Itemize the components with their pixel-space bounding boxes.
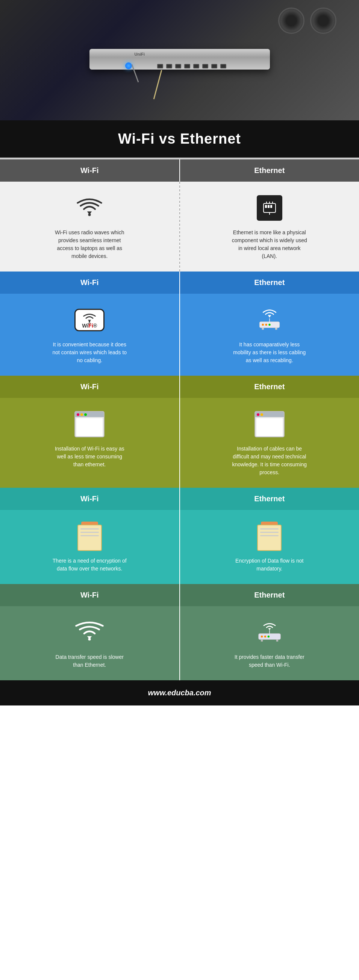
ethernet-icon-area [254, 193, 284, 223]
port [202, 64, 208, 68]
port [157, 64, 163, 68]
section-3-header: Wi-Fi Ethernet [0, 375, 359, 398]
browser-left [75, 411, 105, 438]
header-ethernet-5: Ethernet [180, 584, 359, 606]
header-ethernet-4: Ethernet [180, 488, 359, 510]
browser-bar-left [75, 412, 104, 417]
svg-point-13 [265, 324, 267, 326]
content-ethernet-1: Ethernet is more like a physical compone… [180, 181, 359, 272]
port [184, 64, 190, 68]
header-wifi-3: Wi-Fi [0, 375, 180, 398]
section-4: Wi-Fi Ethernet There is a need of encryp… [0, 488, 359, 584]
title-section: Wi-Fi vs Ethernet [0, 120, 359, 158]
port [166, 64, 172, 68]
ethernet-svg [261, 200, 278, 216]
svg-rect-4 [270, 205, 272, 208]
section-5-header: Wi-Fi Ethernet [0, 584, 359, 606]
footer: www.educba.com [0, 680, 359, 705]
svg-rect-23 [269, 630, 270, 635]
svg-point-12 [262, 324, 264, 326]
content-wifi-1: Wi-Fi uses radio waves which provides se… [0, 181, 180, 272]
port [211, 64, 217, 68]
cable [153, 70, 162, 99]
notepad-line [81, 535, 99, 536]
wifi-large-area [75, 617, 105, 648]
section-3: Wi-Fi Ethernet Installation of Wi-Fi is … [0, 375, 359, 488]
notepad-line [260, 535, 278, 536]
svg-rect-2 [265, 205, 267, 208]
section-5-content: Data transfer speed is slower than Ether… [0, 606, 359, 680]
router-icon-area [254, 305, 284, 335]
content-wifi-5: Data transfer speed is slower than Ether… [0, 606, 180, 680]
fan-icon [278, 8, 305, 34]
content-ethernet-2: It has comaparatively less mobility as t… [180, 294, 359, 375]
browser-left-area [75, 409, 105, 439]
port [175, 64, 181, 68]
svg-rect-25 [276, 640, 278, 641]
wifi-desc-3: Installation of Wi-Fi is easy as well as… [52, 445, 127, 469]
header-ethernet-2: Ethernet [180, 272, 359, 294]
section-2-content: Wi WiFi® It is convenient because it doe… [0, 294, 359, 375]
notepad-line [81, 532, 99, 533]
header-ethernet-3: Ethernet [180, 375, 359, 398]
svg-point-22 [267, 636, 269, 637]
switch-body: UniFi [89, 49, 270, 70]
content-wifi-4: There is a need of encryption of data fl… [0, 510, 180, 584]
section-4-header: Wi-Fi Ethernet [0, 488, 359, 510]
browser-dot-red [77, 413, 79, 416]
port [220, 64, 226, 68]
svg-rect-24 [261, 640, 263, 641]
ethernet-desc-5: It provides faster data transfer speed t… [232, 653, 307, 669]
wifi-icon [76, 198, 103, 218]
wifi-icon-area [75, 193, 105, 223]
svg-rect-15 [269, 318, 270, 323]
section-2: Wi-Fi Ethernet Wi WiFi® It is conveni [0, 272, 359, 375]
main-title: Wi-Fi vs Ethernet [8, 131, 351, 147]
hero-image: UniFi [0, 0, 359, 120]
browser-dot-green [84, 413, 87, 416]
wifi-desc-5: Data transfer speed is slower than Ether… [52, 653, 127, 669]
svg-point-20 [261, 636, 263, 637]
fan-icon [310, 8, 337, 34]
browser-dot-red-r [257, 413, 259, 416]
section-1: Wi-Fi Ethernet Wi-Fi uses radio waves wh… [0, 159, 359, 272]
port [193, 64, 199, 68]
wifi-large-icon [75, 619, 105, 646]
wifi-badge: Wi WiFi® [75, 309, 105, 331]
section-3-content: Installation of Wi-Fi is easy as well as… [0, 398, 359, 488]
notepad-right [257, 522, 281, 551]
header-wifi-2: Wi-Fi [0, 272, 180, 294]
ethernet-desc-4: Encryption of Data flow is not mandatory… [232, 557, 307, 573]
wifi-text: WiFi® [82, 323, 97, 329]
notepad-right-area [254, 521, 284, 551]
content-ethernet-4: Encryption of Data flow is not mandatory… [180, 510, 359, 584]
header-wifi-4: Wi-Fi [0, 488, 180, 510]
browser-body-left [76, 418, 103, 436]
hero-fans [278, 8, 337, 34]
notepad-line [81, 528, 99, 530]
ethernet-desc-1: Ethernet is more like a physical compone… [232, 229, 307, 260]
section-5: Wi-Fi Ethernet Data transfer speed is sl… [0, 584, 359, 680]
browser-dot-yellow [81, 413, 83, 416]
svg-point-18 [88, 638, 91, 640]
svg-point-21 [264, 636, 266, 637]
router-small-svg [254, 619, 284, 646]
wifi-desc-2: It is convenient because it does not con… [52, 341, 127, 364]
wifi-desc-4: There is a need of encryption of data fl… [52, 557, 127, 573]
section-1-content: Wi-Fi uses radio waves which provides se… [0, 181, 359, 272]
content-wifi-2: Wi WiFi® It is convenient because it doe… [0, 294, 180, 375]
svg-rect-16 [262, 328, 264, 329]
router-small-area [254, 617, 284, 648]
notepad-body-left [78, 525, 102, 551]
wifi-logo-area: Wi WiFi® [75, 305, 105, 335]
svg-point-0 [88, 213, 91, 216]
notepad-line [260, 532, 278, 533]
header-wifi-5: Wi-Fi [0, 584, 180, 606]
notepad-body-right [257, 525, 281, 551]
svg-rect-1 [264, 204, 276, 212]
ethernet-desc-2: It has comaparatively less mobility as t… [232, 341, 307, 364]
content-ethernet-5: It provides faster data transfer speed t… [180, 606, 359, 680]
footer-url: www.educba.com [148, 689, 211, 697]
notepad-left-area [75, 521, 105, 551]
browser-right [254, 411, 284, 438]
